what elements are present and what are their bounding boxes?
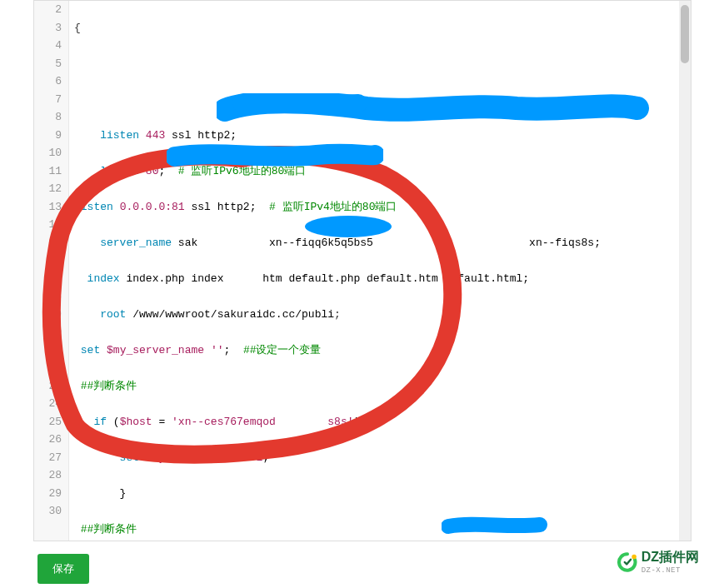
line-number: 17 xyxy=(34,270,68,288)
code-editor[interactable]: 2 3 4 5 6 7 8 9 10 11 12 13 14 15 16 17 … xyxy=(33,0,692,541)
line-number: 5 xyxy=(34,55,68,73)
line-number: 18 xyxy=(34,287,68,306)
line-number: 21 xyxy=(34,341,68,360)
watermark-logo-icon xyxy=(617,551,638,573)
line-number: 30 xyxy=(34,502,68,521)
code-line[interactable]: server_name sak xn--fiqq6k5q5bs5 xn--fiq… xyxy=(74,234,691,252)
line-number: 3 xyxy=(34,19,68,37)
code-content[interactable]: { listen 443 ssl http2; listen 80; # 监听I… xyxy=(69,1,691,541)
code-line[interactable] xyxy=(74,55,691,73)
svg-point-1 xyxy=(632,554,637,559)
code-line[interactable]: set $my_server_name ''; ##设定一个变量 xyxy=(74,341,691,360)
code-line[interactable]: ##判断条件 xyxy=(74,377,691,396)
line-number: 20 xyxy=(34,323,68,341)
line-number: 23 xyxy=(34,377,68,396)
line-number: 10 xyxy=(34,144,68,162)
line-number: 4 xyxy=(34,37,68,55)
watermark-title: DZ插件网 xyxy=(642,550,699,564)
code-line[interactable]: listen 443 ssl http2; xyxy=(74,127,691,145)
line-number: 22 xyxy=(34,359,68,377)
line-number: 28 xyxy=(34,466,68,485)
line-number: 11 xyxy=(34,162,68,181)
code-line[interactable]: listen 0.0.0.0:81 ssl http2; # 监听IPv4地址的… xyxy=(74,198,691,217)
line-number-gutter: 2 3 4 5 6 7 8 9 10 11 12 13 14 15 16 17 … xyxy=(34,1,69,541)
line-number: 24 xyxy=(34,395,68,413)
save-button[interactable]: 保存 xyxy=(37,554,89,584)
code-line[interactable]: if ($host = 'xn--ces767emqod s8s'){ xyxy=(74,413,691,431)
line-number: 6 xyxy=(34,72,68,91)
watermark-subtitle: DZ-X.NET xyxy=(642,566,699,575)
code-line[interactable]: { xyxy=(74,19,691,37)
line-number: 12 xyxy=(34,180,68,198)
line-number: 26 xyxy=(34,431,68,449)
code-line[interactable]: root /www/wwwroot/sakuraidc.cc/publi; xyxy=(74,306,691,324)
line-number: 14 xyxy=(34,216,68,234)
code-line[interactable]: set $my_server_name 1; xyxy=(74,449,691,467)
code-line[interactable]: ##判断条件 xyxy=(74,521,691,539)
code-line[interactable]: listen 80; # 监听IPv6地址的80端口 xyxy=(74,162,691,181)
watermark: DZ插件网 DZ-X.NET xyxy=(617,549,699,575)
code-line[interactable] xyxy=(74,91,691,109)
code-line[interactable]: } xyxy=(74,485,691,503)
line-number: 9 xyxy=(34,127,68,145)
line-number: 29 xyxy=(34,485,68,503)
line-number: 19 xyxy=(34,306,68,324)
scrollbar-thumb[interactable] xyxy=(681,5,689,63)
line-number: 2 xyxy=(34,1,68,19)
line-number: 25 xyxy=(34,413,68,431)
line-number: 27 xyxy=(34,449,68,467)
line-number: 13 xyxy=(34,198,68,217)
line-number: 8 xyxy=(34,108,68,127)
vertical-scrollbar[interactable] xyxy=(679,1,691,541)
code-line[interactable]: index index.php index htm default.php de… xyxy=(74,270,691,288)
line-number: 16 xyxy=(34,252,68,270)
line-number: 15 xyxy=(34,234,68,252)
line-number: 7 xyxy=(34,91,68,109)
